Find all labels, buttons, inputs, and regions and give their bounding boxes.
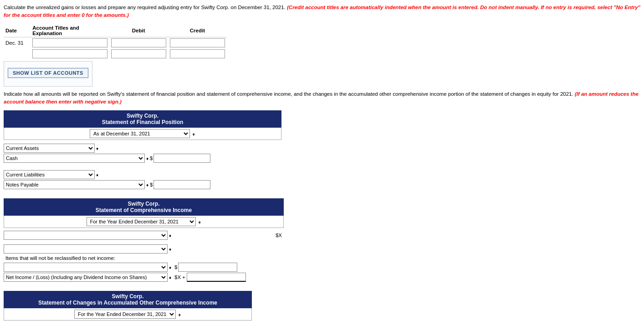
sfp-body: Current Assets ⬧ Cash ⬧ $ Current Liabil… [4, 140, 281, 192]
col-account: Account Titles and Explanation [31, 24, 109, 37]
credit-input-2[interactable] [170, 49, 225, 58]
saci-date-select[interactable]: For the Year Ended December 31, 2021 [74, 310, 176, 319]
sci-label-row: Items that will not be reclassified to n… [4, 255, 284, 261]
sci-select-5[interactable]: Net Income / (Loss) (Including any Divid… [4, 273, 168, 282]
sci-body: ⬧ $X ⬧ Items that will not be reclassifi… [4, 228, 284, 285]
table-row [4, 48, 227, 59]
sci-input-4[interactable] [178, 263, 237, 272]
sci-row-1: ⬧ $X [4, 231, 284, 240]
sci-arrow-2: ⬧ [169, 246, 172, 252]
sfp-notes-arrow: ⬧ [146, 181, 149, 188]
sci-row-5: Net Income / (Loss) (Including any Divid… [4, 273, 284, 282]
col-date: Date [4, 24, 31, 37]
instruction-bottom: Indicate how all amounts will be reporte… [4, 90, 640, 106]
sfp-assets-arrow: ⬧ [96, 145, 99, 151]
sci-select-2[interactable] [4, 244, 168, 254]
sfp-date-arrow: ⬧ [192, 130, 195, 137]
sci-date-arrow: ⬧ [198, 218, 201, 225]
credit-input-1[interactable] [170, 38, 225, 47]
sci-arrow-1: ⬧ [169, 232, 172, 238]
sci-label-text: Items that will not be reclassified to n… [5, 255, 115, 261]
sci-arrow-4: ⬧ [169, 264, 172, 270]
table-row: Dec. 31 [4, 37, 227, 48]
sfp-header: Swifty Corp. Statement of Financial Posi… [4, 110, 281, 128]
sfp-section-select-liabilities[interactable]: Current Liabilities [4, 170, 95, 179]
sfp-statement: Swifty Corp. Statement of Financial Posi… [4, 110, 281, 192]
debit-input-1[interactable] [111, 38, 166, 47]
sfp-current-liabilities-section: Current Liabilities ⬧ [4, 170, 281, 179]
sfp-cash-input[interactable] [153, 154, 210, 163]
sci-statement: Swifty Corp. Statement of Comprehensive … [4, 198, 284, 285]
sfp-notes-select[interactable]: Notes Payable [4, 180, 145, 189]
sci-x-label-1: $X [276, 233, 284, 238]
sci-date-row: For the Year Ended December 31, 2021 ⬧ [4, 216, 284, 228]
account-input-1[interactable] [32, 38, 107, 47]
instruction-top: Calculate the unrealized gains or losses… [4, 4, 640, 20]
sfp-notes-payable-row: Notes Payable ⬧ $ [4, 180, 281, 189]
sfp-section-select-assets[interactable]: Current Assets [4, 144, 95, 153]
sci-select-4[interactable] [4, 263, 168, 272]
sfp-cash-select[interactable]: Cash [4, 154, 145, 163]
entry-account-2[interactable] [31, 48, 109, 59]
sci-x-plus-label: $X + [174, 274, 185, 280]
saci-header: Swifty Corp. Statement of Changes in Acc… [4, 291, 252, 308]
sfp-title: Statement of Financial Position [6, 119, 279, 125]
col-debit: Debit [109, 24, 168, 37]
sfp-date-select[interactable]: As at December 31, 2021 [90, 129, 190, 138]
entry-credit-2[interactable] [168, 48, 227, 59]
saci-company: Swifty Corp. [6, 293, 249, 300]
sci-header: Swifty Corp. Statement of Comprehensive … [4, 198, 284, 216]
saci-date-row: For the Year Ended December 31, 2021 ⬧ [4, 308, 252, 321]
sci-row-2: ⬧ [4, 244, 284, 254]
entry-debit-2[interactable] [109, 48, 168, 59]
sci-select-1[interactable] [4, 231, 168, 240]
saci-title: Statement of Changes in Accumulated Othe… [6, 300, 249, 306]
sfp-date-row: As at December 31, 2021 ⬧ [4, 128, 281, 140]
entry-date: Dec. 31 [4, 37, 31, 48]
sci-arrow-5: ⬧ [169, 274, 172, 280]
journal-table: Date Account Titles and Explanation Debi… [4, 24, 227, 59]
entry-credit-1[interactable] [168, 37, 227, 48]
sfp-cash-arrow: ⬧ [146, 155, 149, 161]
sci-row-4: ⬧ $ [4, 263, 284, 272]
entry-account-1[interactable] [31, 37, 109, 48]
account-input-2[interactable] [32, 49, 107, 58]
sfp-company: Swifty Corp. [6, 113, 279, 119]
sci-company: Swifty Corp. [6, 201, 281, 207]
sfp-liabilities-arrow: ⬧ [96, 171, 99, 178]
sfp-notes-input[interactable] [153, 180, 210, 189]
debit-input-2[interactable] [111, 49, 166, 58]
saci-statement: Swifty Corp. Statement of Changes in Acc… [4, 291, 252, 321]
sfp-cash-row: Cash ⬧ $ [4, 154, 281, 163]
entry-debit-1[interactable] [109, 37, 168, 48]
show-accounts-section: SHOW LIST OF ACCOUNTS [4, 61, 92, 87]
saci-date-arrow: ⬧ [178, 311, 181, 318]
sci-date-select[interactable]: For the Year Ended December 31, 2021 [87, 217, 196, 226]
sci-title: Statement of Comprehensive Income [6, 207, 281, 213]
sfp-current-assets-section: Current Assets ⬧ [4, 144, 281, 153]
col-credit: Credit [168, 24, 227, 37]
show-accounts-button[interactable]: SHOW LIST OF ACCOUNTS [8, 68, 88, 78]
sci-input-5[interactable] [187, 273, 246, 282]
